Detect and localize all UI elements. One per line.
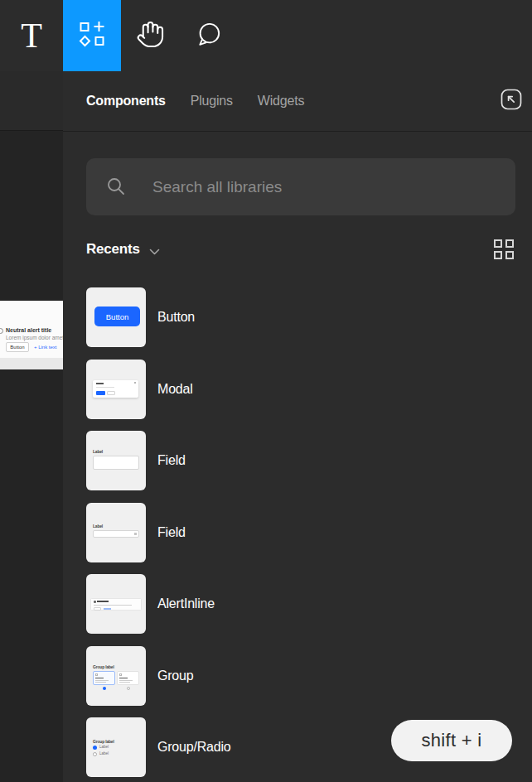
thumb-field-label: Label	[93, 450, 103, 454]
tab-components[interactable]: Components	[86, 94, 166, 109]
thumb-card	[117, 671, 139, 685]
tab-widgets[interactable]: Widgets	[258, 94, 304, 109]
alert-title: Neutral alert title	[6, 327, 51, 333]
search-bar[interactable]	[86, 158, 515, 215]
component-thumbnail	[86, 360, 146, 419]
alert-button: Button	[6, 342, 29, 352]
thumb-radio-group-label: Group label	[93, 740, 114, 744]
speech-bubble-icon	[195, 21, 222, 51]
component-thumbnail: Group label	[86, 646, 146, 706]
alert-actions: Button + Link text	[6, 342, 57, 352]
text-tool-icon: T	[21, 18, 42, 53]
pop-out-panel-button[interactable]	[501, 90, 522, 112]
alert-component-preview[interactable]: Neutral alert title Lorem ipsum dolor am…	[0, 301, 63, 358]
shortcut-badge: shift + i	[391, 720, 512, 761]
hand-icon	[136, 20, 165, 52]
tab-plugins[interactable]: Plugins	[191, 94, 233, 109]
thumb-group-label: Group label	[93, 665, 114, 669]
toolbar: T	[0, 0, 532, 71]
arrow-up-left-icon	[501, 89, 522, 113]
component-label: Field	[157, 525, 186, 540]
component-label: Modal	[157, 382, 193, 397]
canvas[interactable]: Neutral alert title Lorem ipsum dolor am…	[0, 71, 63, 782]
panel-tabs: Components Plugins Widgets	[86, 94, 304, 109]
thumb-input-preview	[93, 530, 139, 538]
chevron-down-icon[interactable]	[149, 244, 160, 258]
thumb-button-preview: Button	[94, 307, 140, 326]
components-list: Button Button Modal Label	[86, 287, 532, 782]
component-label: Group	[157, 669, 193, 683]
text-tool-button[interactable]: T	[0, 0, 63, 71]
alert-description: Lorem ipsum dolor amet consec	[6, 335, 63, 341]
figma-app: T	[0, 0, 532, 782]
component-thumbnail: Label	[86, 431, 146, 490]
component-item-modal[interactable]: Modal	[86, 360, 532, 419]
thumb-textarea-preview	[93, 456, 139, 470]
component-thumbnail: Button	[86, 287, 146, 347]
artboard-fragment	[0, 358, 63, 369]
thumb-alert-preview	[90, 598, 142, 611]
component-thumbnail	[86, 574, 146, 634]
component-thumbnail: Label	[86, 503, 146, 562]
thumb-radio-selected: Label	[93, 746, 109, 750]
component-item-field[interactable]: Label Field	[86, 503, 532, 562]
grid-view-icon[interactable]	[494, 239, 514, 259]
component-item-button[interactable]: Button Button	[86, 287, 532, 347]
recents-dropdown-label[interactable]: Recents	[86, 241, 140, 258]
canvas-page-area	[0, 71, 63, 131]
thumb-radio: Label	[93, 752, 109, 756]
info-circle-icon	[0, 328, 3, 334]
assets-tool-button[interactable]	[63, 0, 121, 71]
search-input[interactable]	[86, 158, 515, 215]
component-label: Field	[157, 453, 186, 468]
shapes-plus-icon	[79, 21, 105, 51]
component-label: Button	[157, 310, 195, 325]
section-row: Recents	[86, 237, 514, 262]
component-item-field[interactable]: Label Field	[86, 431, 532, 490]
component-thumbnail: Group label Label Label	[86, 717, 146, 777]
alert-link: + Link text	[34, 345, 57, 350]
comment-tool-button[interactable]	[179, 0, 237, 71]
hand-tool-button[interactable]	[121, 0, 179, 71]
panel-header: Components Plugins Widgets	[63, 71, 532, 132]
component-label: AlertInline	[157, 596, 215, 611]
thumb-card-selected	[93, 671, 115, 685]
component-label: Group/Radio	[157, 740, 231, 755]
component-item-group[interactable]: Group label Group	[86, 646, 532, 706]
thumb-modal-preview	[93, 380, 138, 398]
component-item-alertinline[interactable]: AlertInline	[86, 574, 532, 634]
assets-panel: Components Plugins Widgets	[63, 71, 532, 782]
thumb-field-label: Label	[93, 524, 103, 529]
